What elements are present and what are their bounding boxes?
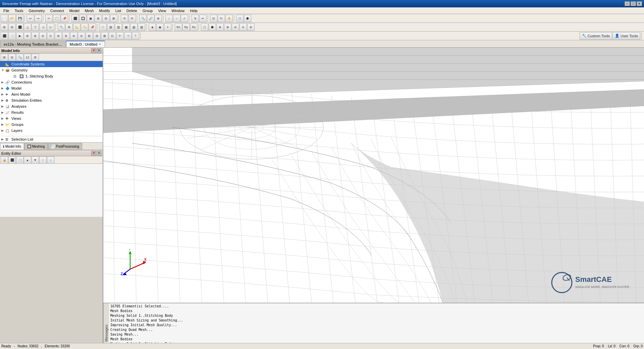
tb2-b13[interactable]: □ (99, 23, 107, 31)
tb2-b10[interactable]: 📐 (73, 23, 80, 31)
tb2-b19[interactable]: ◈ (149, 23, 156, 31)
tb-redo[interactable]: ↪ (35, 15, 42, 22)
tree-item-results[interactable]: ▶ 📈 Results (0, 109, 103, 115)
tree-item-model[interactable]: ▶ 🔷 Model (0, 85, 103, 91)
tb-select[interactable]: ⬡ (236, 15, 244, 22)
close-button[interactable]: ✕ (637, 1, 642, 6)
tree-tb-b3[interactable]: 🔍 (16, 54, 23, 61)
tree-item-analyses[interactable]: ▶ 📊 Analyses (0, 103, 103, 109)
ee-b7[interactable]: ↓ (47, 156, 54, 164)
tb3-b10[interactable]: ⊜ (70, 32, 77, 40)
tb-rotate[interactable]: ↻ (218, 15, 225, 22)
tb-copy[interactable]: 📋 (53, 15, 60, 22)
ee-b2[interactable]: ⬛ (8, 156, 16, 164)
tb2-b11[interactable]: 📏 (81, 23, 88, 31)
tb3-b2[interactable]: ⬜ (8, 32, 16, 40)
tb-undo[interactable]: ↩ (27, 15, 34, 22)
ee-b3[interactable]: ⬜ (16, 156, 23, 164)
bottom-tab-postprocessing[interactable]: 📉 PostProcessing (48, 143, 82, 150)
tab-model3[interactable]: Model3 : Untitled ✕ (66, 41, 105, 47)
tree-item-coord-systems[interactable]: ▼ 📐 Coordinate Systems (0, 61, 103, 67)
tb2-b16[interactable]: ▦ (122, 23, 130, 31)
tb-b3[interactable]: ▣ (87, 15, 94, 22)
tb3-b5[interactable]: ⊗ (32, 32, 39, 40)
tb2-b5[interactable]: ▽ (32, 23, 39, 31)
tb3-b3[interactable]: ▶ (16, 32, 23, 40)
tb3-b16[interactable]: ⊢ (116, 32, 124, 40)
ee-b4[interactable]: ▲ (24, 156, 31, 164)
tb-b8[interactable]: ⟳ (128, 15, 136, 22)
tb-b1[interactable]: ⬛ (71, 15, 79, 22)
ee-b6[interactable]: ↑ (39, 156, 47, 164)
tree-item-views[interactable]: ▶ 👁 Views (0, 115, 103, 121)
tb2-b18[interactable]: ▨ (138, 23, 145, 31)
tree-item-connections[interactable]: ▶ 🔗 Connections (0, 79, 103, 85)
menu-mesh[interactable]: Mesh (82, 8, 97, 13)
tb-b5[interactable]: ⊟ (102, 15, 110, 22)
tb-b13[interactable]: ↔ (173, 15, 180, 22)
tb2-b6[interactable]: ◁ (39, 23, 47, 31)
menu-geometry[interactable]: Geometry (26, 8, 47, 13)
tb2-b15[interactable]: ▥ (115, 23, 122, 31)
tree-item-geometry[interactable]: ▼ 📦 Geometry (0, 67, 103, 73)
tb2-b12[interactable]: 📌 (89, 23, 96, 31)
messages-label[interactable]: Messages (103, 303, 109, 343)
tb-b12[interactable]: ↕ (165, 15, 173, 22)
tb-zoom-fit[interactable]: ⊡ (210, 15, 217, 22)
messages-content[interactable]: 16705 Element(s) Selected.... Mesh Bodie… (109, 303, 644, 343)
mesh-canvas[interactable]: Y X Z (103, 48, 644, 303)
tab-ex12a[interactable]: ex12a - Meshing Toolbox Bracket.... (0, 41, 66, 47)
menu-model[interactable]: Model (67, 8, 82, 13)
panel-pin-button[interactable]: 📌 (91, 48, 96, 53)
tb-pan[interactable]: ✋ (225, 15, 233, 22)
tb2-b14[interactable]: ▤ (107, 23, 114, 31)
menu-tools[interactable]: Tools (12, 8, 26, 13)
tree-tb-b5[interactable]: ⚙ (32, 54, 39, 61)
tb-b9[interactable]: 🔍 (139, 15, 147, 22)
tb-paste[interactable]: 📌 (61, 15, 68, 22)
tb3-b13[interactable]: ⊟ (93, 32, 101, 40)
tb2-b25[interactable]: ⊗ (224, 23, 231, 31)
tb3-b11[interactable]: ⊝ (78, 32, 85, 40)
tb2-b22[interactable]: ⬡ (201, 23, 208, 31)
menu-window[interactable]: Window (169, 8, 187, 13)
tb2-b21[interactable]: ◊ (164, 23, 171, 31)
tb3-b1[interactable]: ⬛ (1, 32, 8, 40)
tb-b10[interactable]: 🔎 (147, 15, 154, 22)
tb-b14[interactable]: ⤢ (181, 15, 188, 22)
tb-save[interactable]: 💾 (16, 15, 23, 22)
tb3-b7[interactable]: ⊙ (47, 32, 54, 40)
tb2-b2[interactable]: ⊟ (8, 23, 16, 31)
menu-delete[interactable]: Delete (124, 8, 140, 13)
tb3-b12[interactable]: ⊞ (86, 32, 93, 40)
tb3-b14[interactable]: ⊠ (101, 32, 108, 40)
tb3-b9[interactable]: ⊛ (62, 32, 70, 40)
panel-close-button[interactable]: ✕ (97, 48, 101, 53)
tb-b4[interactable]: ⊞ (95, 15, 102, 22)
tb-open[interactable]: 📂 (8, 15, 16, 22)
menu-group[interactable]: Group (140, 8, 156, 13)
menu-modify[interactable]: Modify (97, 8, 113, 13)
entity-editor-pin-button[interactable]: 📌 (91, 151, 96, 156)
tree-item-groups[interactable]: ▶ 📁 Groups (0, 121, 103, 128)
custom-tools-button[interactable]: 🔧 Custom Tools (580, 32, 612, 40)
menu-view[interactable]: View (155, 8, 169, 13)
menu-connect[interactable]: Connect (48, 8, 67, 13)
tb2-b4[interactable]: △ (24, 23, 31, 31)
user-tools-button[interactable]: 👤 User Tools (612, 32, 640, 40)
tree-item-selection-list[interactable]: ▶ ☰ Selection List (0, 136, 103, 142)
tb3-b15[interactable]: ⊡ (109, 32, 116, 40)
bottom-tab-model-info[interactable]: ℹ Model Info (0, 143, 24, 150)
tb-b2[interactable]: 🔲 (79, 15, 87, 22)
tb2-b8[interactable]: 🔧 (58, 23, 65, 31)
minimize-button[interactable]: ─ (625, 1, 630, 6)
tree-item-aero-model[interactable]: ▶ ✈ Aero Model (0, 91, 103, 97)
menu-file[interactable]: File (1, 8, 12, 13)
tree-tb-b4[interactable]: 12 (24, 54, 31, 61)
ee-b5[interactable]: ▼ (32, 156, 39, 164)
tree-tb-b1[interactable]: ⊞ (1, 54, 8, 61)
tb3-b8[interactable]: ⊚ (55, 32, 62, 40)
tree-item-simulation-entities[interactable]: ▶ ⚙ Simulation Entities (0, 97, 103, 103)
tb-b7[interactable]: ⟲ (121, 15, 128, 22)
tb2-b24[interactable]: ⊕ (216, 23, 224, 31)
